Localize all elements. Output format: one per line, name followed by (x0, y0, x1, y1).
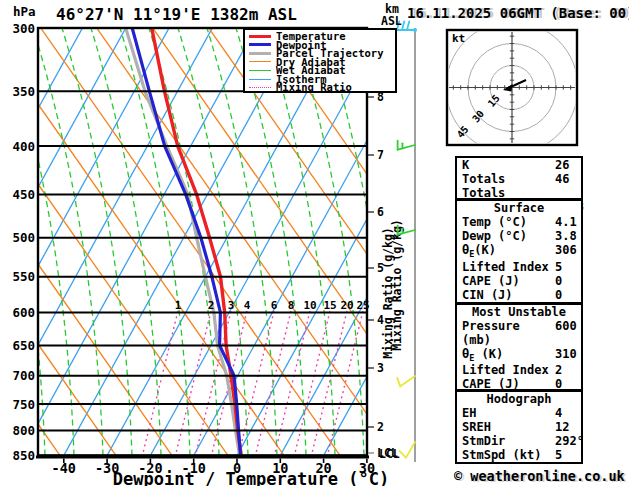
table-row: Temp (°C)4.1 (457, 215, 581, 229)
table-row-label: EH (462, 406, 555, 420)
indices-table-hodograph: HodographEH4SREH12StmDir292°StmSpd (kt)5 (455, 390, 583, 464)
pressure-tick-label: 600 (12, 305, 35, 320)
table-row-value: 600 (555, 319, 577, 347)
pressure-tick-labels: 300350400450500550600650700750800850 (12, 21, 35, 464)
km-tick-label: 3 (377, 361, 384, 375)
table-row-label: Dewp (°C) (462, 229, 555, 243)
table-section-header: Surface (457, 201, 581, 215)
legend: TemperatureDewpointParcel TrajectoryDry … (243, 28, 397, 93)
table-row: Lifted Index5 (457, 260, 581, 274)
pressure-tick-label: 750 (12, 397, 35, 412)
mixing-ratio-value: 2 (208, 299, 215, 312)
pressure-tick-label: 850 (12, 448, 35, 463)
table-row-label: CIN (J) (462, 288, 555, 302)
pressure-tick-label: 650 (12, 338, 35, 353)
indices-table-general: K26Totals Totals46PW (cm)1.28 (455, 156, 583, 200)
table-section-header: Most Unstable (457, 305, 581, 319)
wind-barb-full-tick (407, 21, 409, 30)
table-row-value: 4 (555, 406, 562, 420)
mixing-ratio-line (312, 311, 347, 453)
mixing-ratio-labels: 12346810152025 (175, 299, 370, 312)
mixing-ratio-value: 20 (340, 299, 353, 312)
legend-line-sample (249, 79, 271, 80)
table-row-value: 0 (555, 274, 562, 288)
legend-item: Mixing Ratio (249, 83, 395, 92)
table-row-label: Totals Totals (462, 172, 555, 200)
skewt-page: 1234681015202530035040045050055060065070… (0, 0, 629, 486)
wind-barb-full-tick (402, 21, 404, 30)
table-row-value: 3.8 (555, 229, 577, 243)
wind-barb-shaft (398, 145, 415, 150)
hodograph: 153045kt (446, 21, 578, 153)
table-row-value: 306 (555, 243, 577, 259)
legend-line-sample (249, 43, 271, 46)
mixing-ratio-value: 6 (271, 299, 278, 312)
indices-table-most-unstable: Most UnstablePressure (mb)600θE (K)310Li… (455, 303, 583, 391)
table-row: StmSpd (kt)5 (457, 448, 581, 462)
table-row: Totals Totals46 (457, 172, 581, 200)
station-title: 46°27'N 11°19'E 1382m ASL (56, 5, 297, 24)
hodograph-unit-label: kt (452, 32, 465, 45)
table-row-value: 5 (555, 260, 562, 274)
table-row-label: SREH (462, 420, 555, 434)
legend-item-label: Mixing Ratio (276, 83, 352, 92)
table-row: Pressure (mb)600 (457, 319, 581, 347)
table-row: Lifted Index2 (457, 363, 581, 377)
legend-line-sample (249, 61, 271, 62)
legend-line-sample (249, 52, 271, 55)
table-row-label: Pressure (mb) (462, 319, 555, 347)
wind-barb-full-tick (397, 378, 400, 386)
mixing-ratio-value: 3 (228, 299, 235, 312)
wind-barb-origin-dot (413, 28, 417, 32)
wind-barb (397, 376, 415, 386)
lcl-label: LCL (377, 446, 398, 460)
km-tick-label: 2 (377, 420, 384, 434)
table-row-label: K (462, 158, 555, 172)
table-row-value: 292° (555, 434, 584, 448)
table-row-value: 0 (555, 288, 562, 302)
datetime-label: 16.11.2025 06GMT (Base: 00) (407, 5, 629, 21)
mixing-ratio-line (328, 311, 363, 453)
mixing-ratio-line (295, 311, 330, 453)
legend-line-sample (249, 70, 271, 71)
pressure-axis-unit: hPa (13, 4, 36, 19)
theta-e-subscript: E (469, 353, 474, 363)
mixing-ratio-value: 4 (244, 299, 251, 312)
table-row-value: 4.1 (555, 215, 577, 229)
temperature-tick-label: -40 (52, 460, 76, 476)
altitude-unit-asl: ASL (381, 14, 402, 28)
wind-barb-shaft (406, 442, 415, 458)
mixing-ratio-value: 10 (303, 299, 316, 312)
table-row: θE(K)306 (457, 243, 581, 259)
pressure-tick-label: 400 (12, 139, 35, 154)
table-row-label: Lifted Index (462, 260, 555, 274)
legend-dotted-sample (249, 87, 271, 88)
table-row: Dewp (°C)3.8 (457, 229, 581, 243)
pressure-tick-label: 350 (12, 84, 35, 99)
table-row: StmDir292° (457, 434, 581, 448)
table-row-value: 12 (555, 420, 569, 434)
indices-table-surface: SurfaceTemp (°C)4.1Dewp (°C)3.8θE(K)306L… (455, 199, 583, 304)
table-row-value: 5 (555, 448, 562, 462)
table-row-value: 2 (555, 363, 562, 377)
table-row: EH4 (457, 406, 581, 420)
table-row: θE (K)310 (457, 347, 581, 363)
km-tick-label: 6 (377, 205, 384, 219)
table-section-header: Hodograph (457, 392, 581, 406)
pressure-tick-label: 700 (12, 368, 35, 383)
table-row-value: 26 (555, 158, 569, 172)
wind-barb-full-tick (400, 451, 406, 457)
table-row-label: θE (K) (462, 347, 555, 363)
table-row: SREH12 (457, 420, 581, 434)
mixing-ratio-value: 8 (288, 299, 295, 312)
pressure-tick-label: 450 (12, 187, 35, 202)
pressure-tick-label: 500 (12, 230, 35, 245)
x-axis-label: Dewpoint / Temperature (°C) (113, 469, 389, 486)
table-row: CAPE (J)0 (457, 274, 581, 288)
mixing-ratio-value: 15 (323, 299, 336, 312)
table-row-label: Lifted Index (462, 363, 555, 377)
table-row: CIN (J)0 (457, 288, 581, 302)
mixing-axis-label: Mixing Ratio (g/kg) (390, 219, 404, 351)
table-row: K26 (457, 158, 581, 172)
table-row-value: 310 (555, 347, 577, 363)
